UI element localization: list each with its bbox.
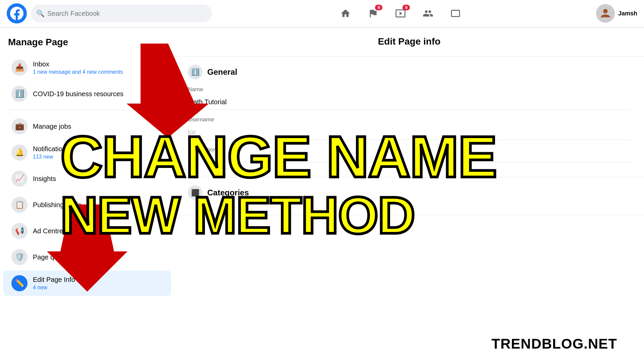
edit-page-panel: Edit Page info ℹ️ General Name Math Tuto… xyxy=(174,27,644,362)
username-field-label: Username xyxy=(188,116,631,123)
sidebar-item-covid[interactable]: ℹ️ COVID-19 business resources xyxy=(3,81,171,107)
general-section-header: ℹ️ General xyxy=(188,65,631,79)
general-icon: ℹ️ xyxy=(188,65,203,79)
avatar[interactable] xyxy=(596,4,615,23)
publishing-tools-icon: 📋 xyxy=(11,197,28,213)
notifications-sub: 113 new xyxy=(33,154,163,160)
username-label: Jamsh xyxy=(618,10,637,17)
sidebar-item-page-quality[interactable]: 🛡️ Page quality xyxy=(3,244,171,270)
sidebar-item-manage-jobs[interactable]: 💼 Manage jobs ▾ xyxy=(3,114,171,139)
sidebar: Manage Page 📥 Inbox 1 new message and 4 … xyxy=(0,27,174,362)
categories-section: ⬛ Categories xyxy=(174,177,644,215)
covid-label: COVID-19 business resources xyxy=(33,90,163,98)
username-field-value[interactable]: tor xyxy=(188,125,631,140)
sidebar-item-publishing-tools[interactable]: 📋 Publishing Tools xyxy=(3,192,171,218)
manage-jobs-label: Manage jobs xyxy=(33,123,160,130)
insights-label: Insights xyxy=(33,175,163,183)
search-icon: 🔍 xyxy=(36,9,45,17)
sidebar-item-insights[interactable]: 📈 Insights xyxy=(3,166,171,191)
name-field-value[interactable]: Math Tutorial xyxy=(188,95,631,110)
sidebar-item-notifications[interactable]: 🔔 Notifications 113 new xyxy=(3,140,171,165)
general-label: General xyxy=(207,67,237,77)
sidebar-item-ad-centre[interactable]: 📢 Ad Centre xyxy=(3,218,171,244)
description-field-label: Description xyxy=(188,146,631,153)
edit-page-header: Edit Page info xyxy=(174,27,644,57)
insights-icon: 📈 xyxy=(11,171,28,187)
publishing-tools-label: Publishing Tools xyxy=(33,201,163,209)
top-navigation: 🔍 9 9 Jamsh xyxy=(0,0,644,27)
search-input[interactable] xyxy=(47,10,207,17)
notifications-icon: 🔔 xyxy=(11,144,28,161)
sidebar-title: Manage Page xyxy=(0,34,174,54)
pages-nav-button[interactable] xyxy=(443,3,468,23)
video-nav-button[interactable]: 9 xyxy=(388,3,413,23)
right-panel: Edit Page info ℹ️ General Name Math Tuto… xyxy=(174,27,644,362)
description-field-group: Description xyxy=(188,146,631,162)
nav-right: Jamsh xyxy=(596,4,637,23)
svg-point-0 xyxy=(603,9,607,13)
people-nav-button[interactable] xyxy=(416,3,440,23)
video-badge: 9 xyxy=(402,5,410,10)
main-layout: Manage Page 📥 Inbox 1 new message and 4 … xyxy=(0,27,644,362)
edit-page-info-sub: 4 new xyxy=(33,285,163,291)
sidebar-item-edit-page-info[interactable]: ✏️ Edit Page Info 4 new xyxy=(3,270,171,296)
notifications-label: Notifications xyxy=(33,145,163,153)
facebook-logo[interactable] xyxy=(7,3,27,23)
description-field-value[interactable] xyxy=(188,155,631,162)
sidebar-item-inbox[interactable]: 📥 Inbox 1 new message and 4 new comments xyxy=(3,55,171,80)
chevron-down-icon: ▾ xyxy=(160,123,163,130)
covid-icon: ℹ️ xyxy=(11,86,28,102)
inbox-icon: 📥 xyxy=(11,60,28,76)
name-field-label: Name xyxy=(188,86,631,93)
general-section: ℹ️ General Name Math Tutorial Username t… xyxy=(174,57,644,177)
manage-jobs-icon: 💼 xyxy=(11,118,28,134)
categories-label: Categories xyxy=(207,188,249,197)
flag-nav-button[interactable]: 9 xyxy=(361,3,385,23)
flag-badge: 9 xyxy=(375,5,382,10)
nav-center: 9 9 xyxy=(212,3,589,23)
inbox-label: Inbox xyxy=(33,60,163,68)
divider xyxy=(8,110,166,110)
edit-page-info-icon: ✏️ xyxy=(11,275,28,291)
search-bar[interactable]: 🔍 xyxy=(31,5,212,22)
edit-page-info-label: Edit Page Info xyxy=(33,276,163,284)
home-nav-button[interactable] xyxy=(333,3,358,23)
categories-icon: ⬛ xyxy=(188,185,203,200)
ad-centre-label: Ad Centre xyxy=(33,227,163,235)
categories-section-header: ⬛ Categories xyxy=(188,185,631,200)
username-field-group: Username tor xyxy=(188,116,631,140)
name-field-group: Name Math Tutorial xyxy=(188,86,631,110)
inbox-sub: 1 new message and 4 new comments xyxy=(33,69,163,75)
page-quality-label: Page quality xyxy=(33,253,163,261)
ad-centre-icon: 📢 xyxy=(11,223,28,239)
page-quality-icon: 🛡️ xyxy=(11,249,28,265)
